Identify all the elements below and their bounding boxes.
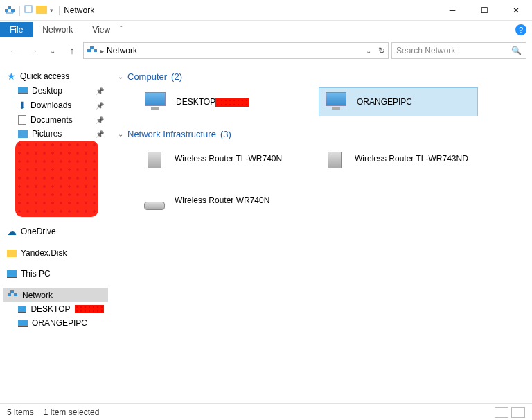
ribbon-tabs: File Network View ˆ ? [0, 21, 532, 38]
address-dropdown-icon[interactable]: ⌄ [366, 47, 371, 55]
pictures-icon [18, 130, 28, 138]
sidebar-item-desktop[interactable]: Desktop [3, 84, 108, 98]
search-icon: 🔍 [511, 46, 522, 55]
redacted-area [15, 141, 98, 217]
search-placeholder: Search Network [396, 46, 455, 55]
onedrive-icon: ☁ [7, 226, 17, 237]
tile-label: ORANGEPIPC [357, 97, 412, 107]
qat-separator: | [18, 4, 21, 17]
router-icon [323, 149, 346, 168]
status-bar: 5 items 1 item selected [0, 403, 532, 420]
sidebar-item-label: This PC [21, 269, 51, 279]
tile-label: DESKTOP [176, 97, 215, 107]
download-icon: ⬇ [18, 100, 26, 111]
sidebar-item-thispc[interactable]: This PC [3, 267, 108, 281]
sidebar-item-pictures[interactable]: Pictures [3, 127, 108, 141]
breadcrumb[interactable]: Network [107, 46, 137, 55]
sidebar-item-yandex[interactable]: Yandex.Disk [3, 246, 108, 260]
group-header-infrastructure[interactable]: ⌄ Network Infrastructure (3) [118, 129, 525, 139]
window-title: Network [59, 6, 94, 15]
pc-icon [18, 320, 28, 327]
sidebar-item-label: Network [22, 290, 53, 300]
computer-tile[interactable]: DESKTOP [139, 87, 298, 116]
redacted-inline [215, 98, 249, 107]
collapse-ribbon-icon[interactable]: ˆ [120, 26, 122, 33]
svg-rect-8 [14, 293, 17, 296]
sidebar-item-label: Desktop [32, 86, 62, 96]
sidebar-item-label: Pictures [32, 129, 62, 139]
sidebar-network-child[interactable]: DESKTOP [3, 302, 108, 316]
router-icon [143, 191, 166, 210]
svg-rect-9 [10, 290, 14, 293]
search-input[interactable]: Search Network 🔍 [391, 42, 526, 59]
qat-new-folder-icon[interactable] [36, 4, 47, 17]
desktop-icon [18, 87, 28, 94]
router-tile[interactable]: Wireless Router TL-WR740N [139, 145, 298, 173]
svg-rect-4 [87, 49, 91, 52]
star-icon: ★ [7, 71, 16, 82]
help-icon[interactable]: ? [515, 24, 526, 35]
sidebar-item-label: Downloads [30, 100, 71, 110]
document-icon [18, 115, 26, 125]
svg-rect-1 [11, 9, 15, 12]
sidebar-item-documents[interactable]: Documents [3, 113, 108, 127]
collapse-icon[interactable]: ⌄ [118, 130, 123, 138]
minimize-button[interactable]: ─ [436, 0, 468, 21]
folder-icon [7, 250, 17, 257]
sidebar-item-onedrive[interactable]: ☁ OneDrive [3, 224, 108, 239]
back-button[interactable]: ← [6, 42, 22, 59]
address-field[interactable]: ▸ Network ⌄ ↻ [83, 42, 389, 59]
tab-network[interactable]: Network [33, 22, 82, 37]
group-count: (2) [171, 71, 182, 82]
sidebar-item-downloads[interactable]: ⬇ Downloads [3, 98, 108, 113]
view-large-button[interactable] [511, 407, 525, 418]
navigation-pane[interactable]: ★ Quick access Desktop ⬇ Downloads Docum… [0, 63, 111, 403]
refresh-icon[interactable]: ↻ [378, 46, 385, 55]
tile-label: Wireless Router WR740N [175, 195, 269, 205]
router-tile[interactable]: Wireless Router TL-WR743ND [319, 145, 478, 173]
forward-button[interactable]: → [25, 42, 42, 59]
computer-tile[interactable]: ORANGEPIPC [319, 87, 478, 116]
status-selected: 1 item selected [44, 408, 100, 417]
pc-icon [18, 306, 26, 313]
sidebar-quick-access[interactable]: ★ Quick access [3, 69, 108, 84]
computer-icon [143, 92, 168, 112]
sidebar-item-label: Documents [30, 115, 73, 125]
tile-label: Wireless Router TL-WR740N [175, 154, 282, 164]
close-button[interactable]: ✕ [500, 0, 532, 21]
app-icon [4, 4, 15, 17]
tab-view[interactable]: View [82, 22, 120, 37]
sidebar-item-label: Quick access [20, 71, 69, 81]
qat-properties-icon[interactable] [24, 4, 33, 17]
title-bar: | ▾ Network ─ ☐ ✕ [0, 0, 532, 21]
collapse-icon[interactable]: ⌄ [118, 73, 123, 80]
computer-icon [323, 92, 348, 112]
sidebar-item-network[interactable]: Network [3, 288, 108, 302]
router-icon [143, 149, 166, 168]
svg-rect-6 [90, 46, 94, 49]
svg-rect-2 [8, 6, 11, 9]
content-area[interactable]: ⌄ Computer (2) DESKTOP ORANGEPIPC ⌄ Netw… [111, 63, 532, 403]
sidebar-network-child[interactable]: ORANGEPIPC [3, 316, 108, 330]
view-details-button[interactable] [495, 407, 508, 418]
status-count: 5 items [7, 408, 34, 417]
sidebar-item-label: Yandex.Disk [21, 248, 66, 258]
group-count: (3) [220, 129, 231, 139]
maximize-button[interactable]: ☐ [468, 0, 500, 21]
router-tile[interactable]: Wireless Router WR740N [139, 186, 298, 214]
svg-rect-3 [25, 6, 32, 12]
file-tab[interactable]: File [0, 22, 33, 37]
qat-dropdown-icon[interactable]: ▾ [50, 7, 53, 14]
pc-icon [7, 270, 17, 278]
breadcrumb-separator-icon[interactable]: ▸ [100, 47, 104, 55]
network-icon [7, 290, 18, 300]
recent-locations-icon[interactable]: ⌄ [44, 42, 61, 59]
group-header-computer[interactable]: ⌄ Computer (2) [118, 71, 525, 82]
svg-rect-5 [94, 49, 97, 52]
address-bar: ← → ⌄ ↑ ▸ Network ⌄ ↻ Search Network 🔍 [0, 38, 532, 63]
group-name: Computer [127, 71, 167, 82]
sidebar-item-label: DESKTOP [30, 304, 70, 314]
up-button[interactable]: ↑ [64, 42, 80, 59]
group-name: Network Infrastructure [127, 129, 216, 139]
redacted-inline [75, 305, 104, 313]
